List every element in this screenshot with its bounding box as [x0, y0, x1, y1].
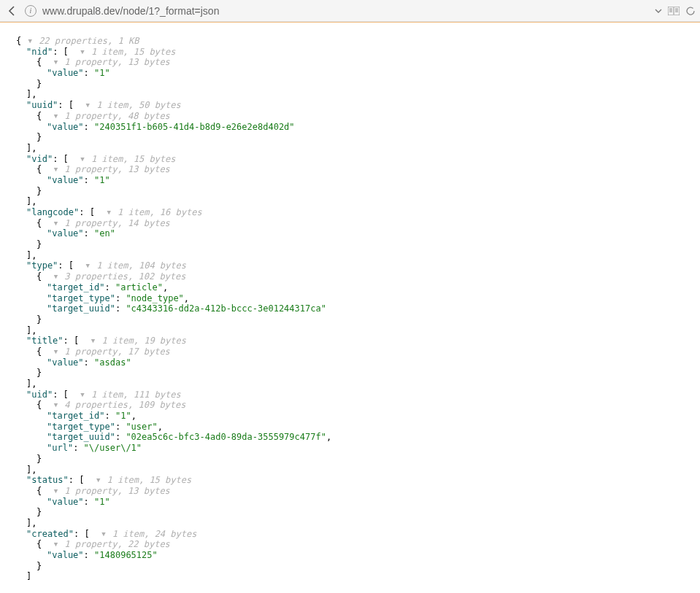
json-prop-created-value: "value": "1480965125" — [16, 550, 684, 561]
json-arr-close-langcode: ], — [16, 250, 684, 261]
collapse-toggle-icon[interactable]: ▼ — [86, 100, 90, 111]
json-prop-nid-value: "value": "1" — [16, 68, 684, 79]
json-arr-close-created: ] — [16, 571, 684, 582]
json-obj-close-created: } — [16, 561, 684, 572]
json-obj-open-nid: { ▼ 1 property, 13 bytes — [16, 57, 684, 68]
collapse-toggle-icon[interactable]: ▼ — [91, 336, 95, 346]
json-arr-close-title: ], — [16, 379, 684, 389]
json-key-created: "created": [ ▼ 1 item, 24 bytes — [16, 529, 684, 540]
browser-toolbar: i — [0, 0, 700, 22]
reader-icon[interactable] — [668, 7, 680, 15]
json-prop-uid-target_uuid: "target_uuid": "02ea5c6c-bfc3-4ad0-89da-… — [16, 432, 684, 443]
json-arr-close-vid: ], — [16, 196, 684, 207]
json-obj-close-langcode: } — [16, 239, 684, 250]
json-root-open: { ▼ 22 properties, 1 KB — [16, 36, 684, 47]
json-key-uuid: "uuid": [ ▼ 1 item, 50 bytes — [16, 100, 684, 111]
dropdown-icon[interactable] — [655, 7, 662, 15]
json-prop-uid-target_type: "target_type": "user", — [16, 422, 684, 433]
json-arr-close-status: ], — [16, 518, 684, 529]
collapse-toggle-icon[interactable]: ▼ — [80, 154, 84, 165]
json-obj-open-title: { ▼ 1 property, 17 bytes — [16, 346, 684, 357]
address-bar[interactable] — [41, 4, 649, 18]
collapse-toggle-icon[interactable]: ▼ — [54, 57, 58, 68]
json-obj-open-created: { ▼ 1 property, 22 bytes — [16, 539, 684, 550]
json-obj-close-nid: } — [16, 79, 684, 90]
json-arr-close-nid: ], — [16, 89, 684, 100]
json-prop-uuid-value: "value": "240351f1-b605-41d4-b8d9-e26e2e… — [16, 122, 684, 133]
toolbar-divider — [0, 22, 700, 23]
json-key-type: "type": [ ▼ 1 item, 104 bytes — [16, 260, 684, 271]
collapse-toggle-icon[interactable]: ▼ — [54, 111, 58, 122]
json-prop-langcode-value: "value": "en" — [16, 228, 684, 239]
collapse-toggle-icon[interactable]: ▼ — [54, 164, 58, 175]
json-obj-open-status: { ▼ 1 property, 13 bytes — [16, 486, 684, 497]
collapse-toggle-icon[interactable]: ▼ — [101, 529, 105, 540]
collapse-toggle-icon[interactable]: ▼ — [54, 218, 58, 229]
collapse-toggle-icon[interactable]: ▼ — [54, 346, 58, 357]
collapse-toggle-icon[interactable]: ▼ — [54, 539, 58, 550]
json-obj-close-uid: } — [16, 454, 684, 465]
json-obj-open-uid: { ▼ 4 properties, 109 bytes — [16, 400, 684, 411]
collapse-toggle-icon[interactable]: ▼ — [107, 207, 110, 218]
json-obj-close-type: } — [16, 314, 684, 325]
json-obj-open-vid: { ▼ 1 property, 13 bytes — [16, 164, 684, 175]
collapse-toggle-icon[interactable]: ▼ — [96, 475, 100, 486]
json-prop-type-target_type: "target_type": "node_type", — [16, 293, 684, 304]
back-button[interactable] — [4, 3, 20, 19]
json-viewer: { ▼ 22 properties, 1 KB"nid": [ ▼ 1 item… — [0, 23, 700, 589]
collapse-toggle-icon[interactable]: ▼ — [54, 271, 58, 282]
collapse-toggle-icon[interactable]: ▼ — [54, 400, 58, 411]
json-prop-vid-value: "value": "1" — [16, 175, 684, 186]
site-info-icon[interactable]: i — [25, 5, 36, 17]
json-obj-close-vid: } — [16, 186, 684, 197]
json-obj-close-title: } — [16, 368, 684, 379]
json-obj-close-status: } — [16, 507, 684, 518]
json-prop-status-value: "value": "1" — [16, 497, 684, 508]
json-arr-close-type: ], — [16, 325, 684, 336]
collapse-toggle-icon[interactable]: ▼ — [80, 47, 84, 58]
json-key-title: "title": [ ▼ 1 item, 19 bytes — [16, 336, 684, 346]
json-key-vid: "vid": [ ▼ 1 item, 15 bytes — [16, 154, 684, 165]
json-prop-uid-url: "url": "\/user\/1" — [16, 443, 684, 454]
json-prop-title-value: "value": "asdas" — [16, 357, 684, 368]
json-prop-type-target_id: "target_id": "article", — [16, 282, 684, 293]
json-key-nid: "nid": [ ▼ 1 item, 15 bytes — [16, 47, 684, 58]
json-arr-close-uuid: ], — [16, 143, 684, 154]
json-key-uid: "uid": [ ▼ 1 item, 111 bytes — [16, 389, 684, 400]
collapse-toggle-icon[interactable]: ▼ — [28, 36, 31, 47]
json-key-status: "status": [ ▼ 1 item, 15 bytes — [16, 475, 684, 486]
json-obj-open-langcode: { ▼ 1 property, 14 bytes — [16, 218, 684, 229]
json-obj-close-uuid: } — [16, 132, 684, 143]
json-obj-open-type: { ▼ 3 properties, 102 bytes — [16, 271, 684, 282]
json-prop-uid-target_id: "target_id": "1", — [16, 411, 684, 422]
refresh-icon[interactable] — [685, 6, 696, 16]
json-obj-open-uuid: { ▼ 1 property, 48 bytes — [16, 111, 684, 122]
json-key-langcode: "langcode": [ ▼ 1 item, 16 bytes — [16, 207, 684, 218]
json-prop-type-target_uuid: "target_uuid": "c4343316-dd2a-412b-bccc-… — [16, 303, 684, 314]
json-arr-close-uid: ], — [16, 465, 684, 476]
collapse-toggle-icon[interactable]: ▼ — [54, 486, 58, 497]
collapse-toggle-icon[interactable]: ▼ — [80, 389, 84, 400]
collapse-toggle-icon[interactable]: ▼ — [86, 260, 90, 271]
